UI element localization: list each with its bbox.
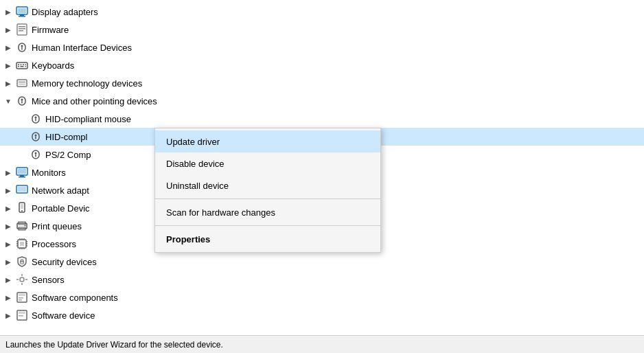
svg-rect-19	[17, 80, 27, 87]
context-menu-item-properties[interactable]: Properties	[155, 228, 380, 250]
disable-device-label: Disable device	[166, 159, 225, 169]
label-software-devs: Software device	[32, 310, 95, 321]
tree-item-mice[interactable]: ▼ Mice and other pointing devices	[0, 92, 644, 110]
tree-item-display-adapters[interactable]: ▶ Display adapters	[0, 3, 644, 21]
expand-software-comp[interactable]: ▶	[3, 292, 14, 303]
context-menu-item-uninstall-device[interactable]: Uninstall device	[155, 174, 380, 196]
label-hid: Human Interface Devices	[32, 43, 132, 53]
svg-rect-71	[19, 299, 22, 301]
expand-display-adapters[interactable]: ▶	[3, 6, 14, 17]
svg-rect-70	[19, 297, 23, 299]
svg-rect-7	[19, 30, 23, 32]
expand-processors[interactable]: ▶	[3, 238, 14, 249]
tree-item-software-comp[interactable]: ▶ Software components	[0, 288, 644, 306]
icon-keyboards	[15, 58, 29, 72]
icon-network	[15, 183, 29, 197]
svg-rect-17	[21, 66, 24, 67]
status-bar: Launches the Update Driver Wizard for th…	[0, 335, 644, 353]
expand-print[interactable]: ▶	[3, 220, 14, 231]
svg-rect-36	[20, 175, 24, 176]
svg-rect-13	[21, 65, 22, 66]
context-menu: Update driver Disable device Uninstall d…	[154, 128, 381, 253]
icon-display-adapters	[15, 5, 29, 19]
icon-hid-mouse1	[29, 112, 43, 126]
icon-print	[15, 219, 29, 233]
icon-software-comp	[15, 291, 29, 304]
svg-rect-27	[35, 119, 36, 122]
separator-1	[155, 198, 380, 199]
label-display-adapters: Display adapters	[32, 7, 98, 17]
expand-security[interactable]: ▶	[3, 256, 14, 267]
svg-point-32	[35, 152, 37, 155]
svg-rect-30	[35, 137, 36, 139]
expand-mice[interactable]: ▼	[3, 95, 14, 106]
context-menu-item-update-driver[interactable]: Update driver	[155, 130, 380, 152]
label-firmware: Firmware	[32, 25, 69, 35]
icon-firmware	[15, 23, 29, 36]
svg-rect-21	[19, 84, 25, 84]
svg-rect-6	[19, 28, 25, 30]
svg-point-41	[21, 210, 23, 212]
tree-item-hid[interactable]: ▶ Human Interface Devices	[0, 38, 644, 56]
expand-network[interactable]: ▶	[3, 185, 14, 196]
tree-item-security[interactable]: ▶ Security devices	[0, 253, 644, 271]
expand-hid[interactable]: ▶	[3, 42, 14, 53]
tree-item-keyboards[interactable]: ▶ Keyboards	[0, 56, 644, 74]
tree-item-memory-tech[interactable]: ▶ Memory technology devices	[0, 74, 644, 92]
expand-portable[interactable]: ▶	[3, 203, 14, 214]
svg-rect-48	[20, 242, 24, 246]
svg-rect-20	[19, 82, 25, 83]
svg-point-9	[21, 45, 23, 47]
svg-rect-39	[18, 187, 26, 192]
icon-hid	[15, 41, 29, 54]
svg-rect-5	[19, 26, 25, 27]
label-software-comp: Software components	[32, 293, 118, 303]
svg-rect-69	[19, 294, 25, 296]
label-hid-mouse2: HID-compl	[45, 132, 87, 142]
context-menu-item-scan[interactable]: Scan for hardware changes	[155, 201, 380, 223]
svg-rect-10	[21, 47, 23, 50]
icon-security	[15, 255, 29, 269]
tree-item-software-devs[interactable]: ▶ Software device	[0, 306, 644, 324]
svg-rect-2	[20, 14, 24, 16]
svg-rect-16	[18, 66, 19, 67]
svg-rect-42	[21, 204, 23, 209]
label-portable: Portable Devic	[32, 203, 90, 214]
label-security: Security devices	[32, 257, 97, 267]
icon-portable	[15, 201, 29, 215]
icon-software-devs	[15, 308, 29, 322]
label-monitors: Monitors	[32, 168, 66, 178]
svg-rect-73	[19, 312, 25, 314]
expand-keyboards[interactable]: ▶	[3, 60, 14, 71]
label-memory-tech: Memory technology devices	[32, 78, 142, 89]
label-mice: Mice and other pointing devices	[32, 96, 157, 106]
tree-item-firmware[interactable]: ▶ Firmware	[0, 21, 644, 38]
expand-software-devs[interactable]: ▶	[3, 310, 14, 321]
properties-label: Properties	[166, 234, 210, 244]
svg-rect-1	[18, 8, 26, 13]
svg-rect-11	[16, 62, 27, 69]
label-processors: Processors	[32, 239, 76, 249]
update-driver-label: Update driver	[166, 137, 220, 147]
tree-item-hid-mouse1[interactable]: ▶ HID-compliant mouse	[0, 110, 644, 128]
scan-label: Scan for hardware changes	[166, 207, 275, 218]
expand-firmware[interactable]: ▶	[3, 24, 14, 35]
icon-mice	[15, 94, 29, 108]
expand-monitors[interactable]: ▶	[3, 167, 14, 178]
svg-point-46	[25, 225, 26, 227]
icon-monitors	[15, 166, 29, 179]
svg-rect-3	[19, 16, 25, 17]
svg-rect-37	[19, 176, 25, 178]
svg-rect-24	[21, 101, 23, 104]
context-menu-item-disable-device[interactable]: Disable device	[155, 152, 380, 174]
tree-item-sensors[interactable]: ▶ Sensors	[0, 271, 644, 288]
svg-rect-35	[18, 169, 26, 174]
label-ps2: PS/2 Comp	[45, 150, 91, 160]
svg-point-63	[20, 277, 24, 282]
label-sensors: Sensors	[32, 275, 65, 285]
expand-memory-tech[interactable]: ▶	[3, 78, 14, 89]
label-hid-mouse1: HID-compliant mouse	[45, 114, 131, 124]
svg-rect-15	[25, 65, 27, 66]
expand-sensors[interactable]: ▶	[3, 274, 14, 285]
separator-2	[155, 225, 380, 226]
